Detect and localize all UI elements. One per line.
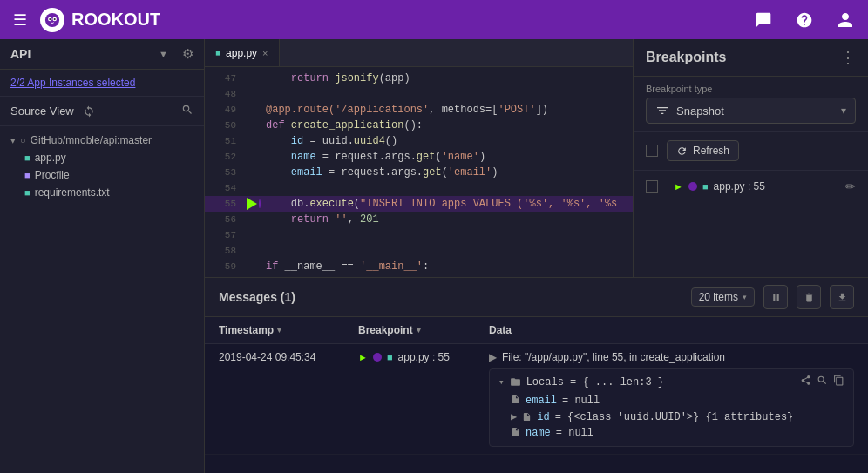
messages-header: Messages (1) 20 items ▾ (205, 278, 868, 317)
sidebar: API ▼ ⚙ 2/2 App Instances selected Sourc… (0, 39, 205, 473)
bp-refresh-label: Refresh (693, 145, 729, 157)
logo: ROOKOUT (40, 8, 160, 32)
locals-header: ▾ Locals = { ... len:3 } (498, 375, 844, 389)
local-id-name: id (537, 411, 549, 423)
bp-type-label: Breakpoint type (646, 84, 856, 94)
bp-type-value: Snapshot (676, 105, 724, 118)
instances-label[interactable]: 2/2 App Instances selected (10, 77, 135, 89)
local-email-value: = null (562, 395, 600, 407)
file-leaf-icon (511, 395, 520, 407)
local-name-value: = null (556, 427, 593, 439)
svg-point-3 (49, 18, 51, 20)
row-arrow-icon: ► (358, 352, 368, 362)
bp-more-icon[interactable]: ⋮ (840, 48, 856, 67)
pause-button[interactable] (763, 285, 788, 309)
code-editor[interactable]: 47 return jsonify(app) 48 49 (205, 67, 633, 277)
bp-item-edit-icon[interactable]: ✏ (845, 179, 856, 193)
logo-text: ROOKOUT (71, 10, 160, 30)
code-lines: 47 return jsonify(app) 48 49 (205, 67, 633, 277)
data-expand-arrow[interactable]: ▶ (489, 351, 497, 363)
locals-copy-icon[interactable] (833, 375, 844, 389)
locals-id-file-icon (522, 412, 532, 422)
code-tabs: ■ app.py × (205, 39, 633, 67)
locals-expand-icon[interactable]: ▾ (498, 376, 505, 388)
api-select[interactable]: API (10, 47, 152, 61)
td-bp-label: app.py : 55 (398, 351, 450, 363)
th-timestamp[interactable]: Timestamp ▾ (219, 324, 358, 336)
user-icon[interactable] (831, 6, 859, 34)
sidebar-instances-row: 2/2 App Instances selected (0, 70, 204, 97)
tab-file-icon: ■ (215, 48, 220, 57)
locals-actions (800, 375, 844, 389)
code-line-50: 50 def create_application(): (205, 118, 633, 133)
code-line-47: 47 return jsonify(app) (205, 71, 633, 86)
bp-item-bp-dot (688, 182, 697, 191)
source-view-label: Source View (10, 105, 74, 118)
code-tab-apppy[interactable]: ■ app.py × (205, 39, 280, 66)
locals-label: Locals = { ... len:3 } (526, 376, 664, 389)
sidebar-gear-icon[interactable]: ⚙ (182, 46, 193, 62)
row-bp-dot (373, 353, 382, 362)
tree-repo[interactable]: ▾ ○ GitHub/mnoble/api:master (0, 132, 204, 149)
td-breakpoint: ► ■ app.py : 55 (358, 351, 489, 363)
pause-icon (770, 292, 782, 303)
code-line-49: 49 @app.route('/applications', methods=[… (205, 102, 633, 118)
local-name-name: name (526, 427, 551, 439)
code-line-54: 54 (205, 180, 633, 196)
tree-file-requirements[interactable]: ■ requirements.txt (0, 184, 204, 201)
bp-item-checkbox[interactable] (646, 180, 658, 193)
sidebar-api-header: API ▼ ⚙ (0, 39, 204, 70)
table-row: 2019-04-24 09:45:34 ► ■ app.py : 55 (205, 344, 868, 455)
th-breakpoint[interactable]: Breakpoint ▾ (358, 324, 489, 336)
delete-button[interactable] (797, 285, 821, 309)
code-line-55: 55 db.execute("INSERT INTO apps VALUES (… (205, 196, 633, 212)
th-data: Data (489, 324, 854, 336)
breakpoint-sort-icon: ▾ (417, 326, 421, 334)
locals-id-expand-icon[interactable]: ▶ (511, 410, 517, 423)
code-line-56: 56 return '', 201 (205, 212, 633, 227)
code-line-58: 58 (205, 243, 633, 259)
locals-folder-icon (510, 376, 521, 388)
bp-refresh-checkbox[interactable] (646, 145, 658, 157)
tree-file-apppy[interactable]: ■ app.py (0, 149, 204, 166)
owl-icon (44, 12, 60, 28)
table-body: 2019-04-24 09:45:34 ► ■ app.py : 55 (205, 344, 868, 455)
messages-title: Messages (1) (219, 290, 691, 304)
code-line-57: 57 (205, 227, 633, 243)
tree-file-procfile[interactable]: ■ Procfile (0, 166, 204, 184)
sync-icon (83, 105, 95, 118)
items-count-selector[interactable]: 20 items ▾ (691, 287, 755, 307)
tab-close-icon[interactable]: × (262, 48, 268, 58)
main-layout: API ▼ ⚙ 2/2 App Instances selected Sourc… (0, 39, 868, 473)
chat-icon[interactable] (749, 6, 777, 34)
local-id-value: = {<class 'uuid.UUID'>} {1 attributes} (555, 411, 794, 423)
download-button[interactable] (830, 285, 854, 309)
tree-expand-icon: ▾ (10, 135, 16, 146)
code-line-60: 60 app.run(port=int(os.environ.get('PORT… (205, 274, 633, 277)
bp-type-row: Breakpoint type Snapshot ▾ (634, 77, 868, 132)
breakpoints-panel: Breakpoints ⋮ Breakpoint type Snapshot ▾ (633, 39, 868, 277)
locals-share-icon[interactable] (800, 375, 811, 389)
bp-refresh-button[interactable]: Refresh (667, 140, 739, 161)
bp-refresh-row: Refresh (634, 132, 868, 171)
file-apppy-label: app.py (35, 152, 66, 164)
help-icon[interactable] (790, 6, 818, 34)
tree-circle-icon: ○ (20, 135, 26, 145)
refresh-icon (676, 145, 688, 157)
locals-search-icon[interactable] (817, 375, 828, 389)
topbar-icons (749, 6, 859, 34)
logo-icon (40, 8, 64, 32)
menu-icon[interactable]: ☰ (9, 6, 31, 34)
messages-table: Timestamp ▾ Breakpoint ▾ Data 2019-04-24 (205, 317, 868, 473)
code-panel: ■ app.py × 47 return jsonify(app) (205, 39, 633, 277)
bp-item-row: ► ■ app.py : 55 ✏ (634, 171, 868, 202)
file-procfile-label: Procfile (35, 169, 70, 181)
search-icon[interactable] (181, 104, 193, 118)
table-header: Timestamp ▾ Breakpoint ▾ Data (205, 317, 868, 344)
py-file-icon: ■ (24, 152, 31, 163)
bp-item-arrow-icon: ► (674, 181, 683, 192)
code-line-48: 48 (205, 86, 633, 102)
bp-type-select[interactable]: Snapshot ▾ (646, 98, 856, 124)
code-line-51: 51 id = uuid.uuid4() (205, 133, 633, 149)
bp-item-file-icon: ■ (702, 181, 709, 192)
